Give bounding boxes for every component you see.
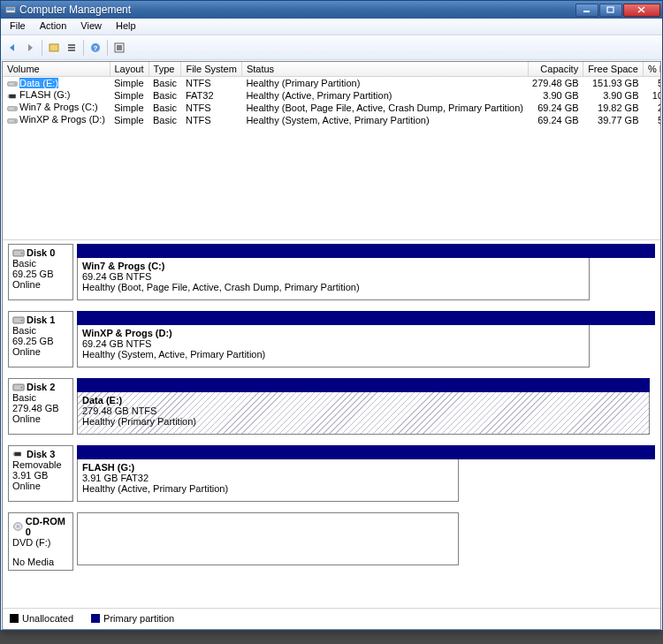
refresh-button[interactable] <box>46 40 62 56</box>
volume-table[interactable]: Volume Layout Type File System Status Ca… <box>3 62 660 126</box>
back-button[interactable] <box>4 40 20 56</box>
app-window: Computer Management File Action View Hel… <box>0 0 663 631</box>
disk-row[interactable]: Disk 0Basic69.25 GBOnlineWin7 & Progs (C… <box>8 244 655 300</box>
svg-rect-12 <box>8 95 10 97</box>
disk-partition-area: Data (E:)279.48 GB NTFSHealthy (Primary … <box>77 378 650 435</box>
forward-button[interactable] <box>22 40 38 56</box>
svg-rect-2 <box>583 11 590 12</box>
minimize-button[interactable] <box>575 4 598 17</box>
partition-header-bar <box>77 445 655 459</box>
svg-point-26 <box>17 526 19 527</box>
col-capacity[interactable]: Capacity <box>528 62 583 77</box>
help-button[interactable]: ? <box>88 40 103 56</box>
svg-rect-3 <box>607 7 613 12</box>
svg-rect-4 <box>50 44 58 51</box>
disk-graphical-view[interactable]: Disk 0Basic69.25 GBOnlineWin7 & Progs (C… <box>3 239 660 608</box>
toolbar: ? <box>1 35 662 60</box>
unallocated-swatch <box>10 614 19 623</box>
partition-header-bar <box>77 311 655 325</box>
col-pct[interactable]: % Free <box>644 62 661 77</box>
col-layout[interactable]: Layout <box>110 62 149 77</box>
partition-box[interactable]: Win7 & Progs (C:)69.24 GB NTFSHealthy (B… <box>77 258 590 300</box>
svg-rect-1 <box>7 7 15 11</box>
content-area: Volume Layout Type File System Status Ca… <box>1 61 662 630</box>
svg-point-22 <box>21 386 23 388</box>
menu-action[interactable]: Action <box>33 19 74 34</box>
svg-point-20 <box>21 319 23 321</box>
disk-info-box[interactable]: Disk 3Removable3.91 GBOnline <box>8 445 73 502</box>
volume-row[interactable]: Win7 & Progs (C:)SimpleBasicNTFSHealthy … <box>3 102 660 114</box>
partition-box[interactable]: Data (E:)279.48 GB NTFSHealthy (Primary … <box>77 392 650 435</box>
svg-rect-23 <box>14 452 21 457</box>
partition-header-bar <box>77 244 655 258</box>
svg-point-14 <box>14 108 16 110</box>
partition-box[interactable]: WinXP & Progs (D:)69.24 GB NTFSHealthy (… <box>77 325 590 367</box>
toolbar-separator-3 <box>107 40 108 56</box>
col-free[interactable]: Free Space <box>583 62 644 77</box>
disk-partition-area: Win7 & Progs (C:)69.24 GB NTFSHealthy (B… <box>77 244 655 300</box>
legend-primary: Primary partition <box>91 613 174 624</box>
menu-view[interactable]: View <box>73 19 109 34</box>
col-status[interactable]: Status <box>241 62 528 77</box>
disk-row[interactable]: Disk 1Basic69.25 GBOnlineWinXP & Progs (… <box>8 311 655 367</box>
column-headers[interactable]: Volume Layout Type File System Status Ca… <box>3 62 660 77</box>
settings-button[interactable] <box>111 40 127 56</box>
volume-row[interactable]: WinXP & Progs (D:)SimpleBasicNTFSHealthy… <box>3 114 660 126</box>
disk-partition-area: FLASH (G:)3.91 GB FAT32Healthy (Active, … <box>77 445 655 502</box>
disk-info-box[interactable]: Disk 0Basic69.25 GBOnline <box>8 244 73 300</box>
legend: Unallocated Primary partition <box>3 608 660 627</box>
svg-rect-11 <box>9 94 16 98</box>
svg-rect-24 <box>13 453 15 456</box>
disk-info-box[interactable]: Disk 1Basic69.25 GBOnline <box>8 311 73 367</box>
titlebar[interactable]: Computer Management <box>1 1 662 19</box>
svg-rect-8 <box>117 45 122 50</box>
legend-unallocated-label: Unallocated <box>22 613 73 624</box>
toolbar-separator <box>42 40 42 56</box>
partition-header-bar <box>77 378 650 392</box>
disk-partition-area <box>77 512 655 571</box>
menubar: File Action View Help <box>1 19 662 35</box>
disk-row[interactable]: CD-ROM 0DVD (F:)No Media <box>8 512 655 571</box>
disk-info-box[interactable]: CD-ROM 0DVD (F:)No Media <box>8 512 73 571</box>
close-button[interactable] <box>623 4 660 17</box>
legend-primary-label: Primary partition <box>103 613 174 624</box>
volume-row[interactable]: FLASH (G:)SimpleBasicFAT32Healthy (Activ… <box>3 89 660 102</box>
col-type[interactable]: Type <box>149 62 181 77</box>
empty-media-box <box>77 512 459 565</box>
svg-text:?: ? <box>94 44 98 52</box>
svg-point-16 <box>14 120 16 122</box>
maximize-button[interactable] <box>599 4 622 17</box>
volume-row[interactable]: Data (E:)SimpleBasicNTFSHealthy (Primary… <box>3 77 660 89</box>
window-title: Computer Management <box>19 4 575 16</box>
svg-point-10 <box>14 83 16 85</box>
disk-info-box[interactable]: Disk 2Basic279.48 GBOnline <box>8 378 73 435</box>
toolbar-separator-2 <box>83 40 84 56</box>
col-volume[interactable]: Volume <box>3 62 110 77</box>
primary-swatch <box>91 614 100 623</box>
menu-file[interactable]: File <box>3 19 33 34</box>
menu-help[interactable]: Help <box>109 19 143 34</box>
legend-unallocated: Unallocated <box>10 613 73 624</box>
svg-point-18 <box>21 252 23 254</box>
partition-box[interactable]: FLASH (G:)3.91 GB FAT32Healthy (Active, … <box>77 459 459 502</box>
col-fs[interactable]: File System <box>181 62 241 77</box>
disk-partition-area: WinXP & Progs (D:)69.24 GB NTFSHealthy (… <box>77 311 655 367</box>
properties-button[interactable] <box>64 40 80 56</box>
app-icon <box>4 4 17 16</box>
disk-row[interactable]: Disk 2Basic279.48 GBOnlineData (E:)279.4… <box>8 378 655 435</box>
disk-row[interactable]: Disk 3Removable3.91 GBOnlineFLASH (G:)3.… <box>8 445 655 502</box>
